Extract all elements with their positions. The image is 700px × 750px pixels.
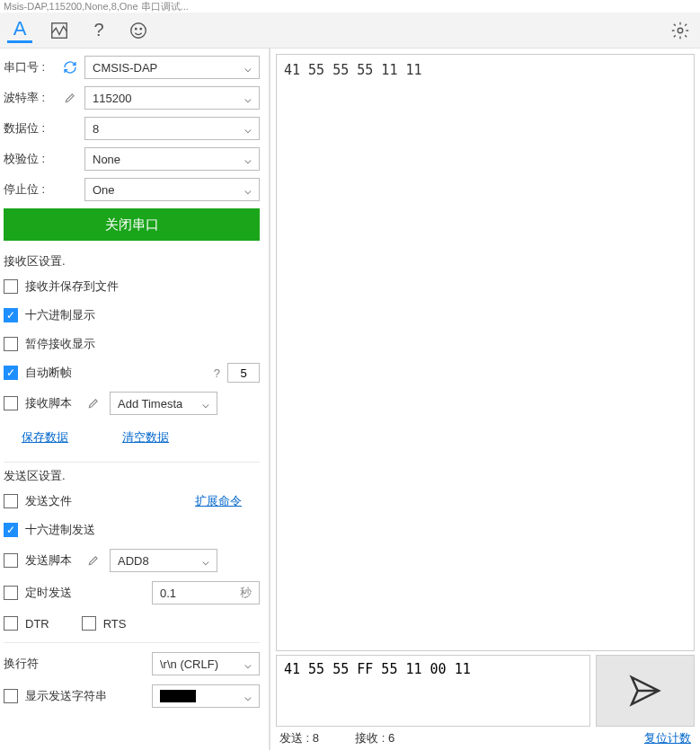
send-icon <box>627 673 663 709</box>
port-value: CMSIS-DAP <box>93 61 157 75</box>
recv-pause-label: 暂停接收显示 <box>25 336 95 352</box>
dtr-checkbox[interactable] <box>4 616 18 631</box>
send-file-label: 发送文件 <box>25 493 72 509</box>
recv-auto-break-checkbox[interactable] <box>4 366 18 380</box>
send-timed-input[interactable]: 0.1 秒 <box>152 581 260 604</box>
refresh-icon[interactable] <box>61 60 79 75</box>
tab-waveform-mode[interactable] <box>47 18 72 43</box>
parity-label: 校验位 : <box>4 151 56 167</box>
chevron-down-icon: ⌵ <box>244 153 252 166</box>
send-textarea[interactable] <box>276 655 590 727</box>
chevron-down-icon: ⌵ <box>244 690 252 703</box>
toolbar: A ? <box>0 13 700 49</box>
send-script-label: 发送脚本 <box>25 552 72 569</box>
svg-point-3 <box>140 28 141 29</box>
send-timed-value: 0.1 <box>160 587 176 600</box>
baud-label: 波特率 : <box>4 90 56 106</box>
extend-cmd-link[interactable]: 扩展命令 <box>195 493 242 509</box>
close-port-button[interactable]: 关闭串口 <box>4 208 260 241</box>
receive-textarea[interactable]: 41 55 55 55 11 11 <box>276 54 695 651</box>
send-script-select[interactable]: ADD8 ⌵ <box>110 549 217 572</box>
smiley-icon[interactable] <box>126 18 151 43</box>
show-send-str-checkbox[interactable] <box>4 689 18 703</box>
auto-break-value-input[interactable] <box>227 363 260 383</box>
databits-label: 数据位 : <box>4 120 56 137</box>
send-hex-label: 十六进制发送 <box>25 522 95 538</box>
help-icon[interactable]: ? <box>86 18 111 43</box>
color-swatch <box>160 690 196 702</box>
chevron-down-icon: ⌵ <box>202 397 209 410</box>
settings-panel: 串口号 : CMSIS-DAP ⌵ 波特率 : 115200 ⌵ 数据位 : <box>0 49 270 750</box>
status-recv-count: 6 <box>388 731 394 745</box>
recv-save-file-label: 接收并保存到文件 <box>25 278 119 295</box>
port-label: 串口号 : <box>4 59 56 75</box>
reset-counter-link[interactable]: 复位计数 <box>644 730 691 746</box>
recv-save-file-checkbox[interactable] <box>4 279 18 294</box>
show-send-str-label: 显示发送字符串 <box>25 688 107 704</box>
send-script-value: ADD8 <box>118 554 149 568</box>
send-button[interactable] <box>596 655 695 727</box>
newline-select[interactable]: \r\n (CRLF) ⌵ <box>152 652 260 675</box>
chevron-down-icon: ⌵ <box>244 61 252 75</box>
status-bar: 发送 : 8 接收 : 6 复位计数 <box>270 728 700 750</box>
recv-hex-checkbox[interactable] <box>4 308 18 322</box>
chevron-down-icon: ⌵ <box>202 554 209 568</box>
recv-script-checkbox[interactable] <box>4 396 18 410</box>
recv-script-label: 接收脚本 <box>25 395 72 411</box>
auto-break-hint-icon[interactable]: ? <box>214 366 220 380</box>
parity-value: None <box>93 153 120 166</box>
newline-label: 换行符 <box>4 656 66 672</box>
svg-point-4 <box>678 28 683 33</box>
recv-script-value: Add Timesta <box>118 397 182 410</box>
rts-checkbox[interactable] <box>82 616 96 631</box>
stopbits-label: 停止位 : <box>4 181 56 198</box>
dtr-label: DTR <box>25 617 49 631</box>
recv-pause-checkbox[interactable] <box>4 337 18 351</box>
recv-script-select[interactable]: Add Timesta ⌵ <box>110 392 217 415</box>
svg-point-1 <box>131 22 146 38</box>
chevron-down-icon: ⌵ <box>244 122 252 136</box>
edit-icon[interactable] <box>84 397 102 410</box>
stopbits-select[interactable]: One ⌵ <box>84 178 260 201</box>
rts-label: RTS <box>103 617 127 631</box>
send-file-checkbox[interactable] <box>4 494 18 508</box>
status-recv-label: 接收 : <box>355 731 385 745</box>
data-panel: 41 55 55 55 11 11 发送 : 8 接收 : 6 复位计数 <box>270 49 700 750</box>
clear-data-link[interactable]: 清空数据 <box>122 429 169 446</box>
baud-value: 115200 <box>93 92 131 105</box>
recv-hex-label: 十六进制显示 <box>25 307 95 323</box>
stopbits-value: One <box>93 183 115 197</box>
newline-value: \r\n (CRLF) <box>160 657 218 671</box>
recv-section-label: 接收区设置. <box>4 253 260 269</box>
recv-auto-break-label: 自动断帧 <box>25 365 72 381</box>
databits-value: 8 <box>93 122 99 136</box>
chevron-down-icon: ⌵ <box>244 92 252 105</box>
send-section-label: 发送区设置. <box>4 468 260 484</box>
databits-select[interactable]: 8 ⌵ <box>84 117 260 140</box>
svg-point-2 <box>136 28 137 29</box>
send-timed-checkbox[interactable] <box>4 586 18 600</box>
port-select[interactable]: CMSIS-DAP ⌵ <box>84 56 260 79</box>
settings-icon[interactable] <box>668 18 693 43</box>
window-title: Msis-DAP,115200,None,8,One 串口调试... <box>0 0 700 13</box>
edit-icon[interactable] <box>84 554 102 567</box>
chevron-down-icon: ⌵ <box>244 657 252 671</box>
send-hex-checkbox[interactable] <box>4 523 18 537</box>
send-timed-unit: 秒 <box>240 585 252 601</box>
status-send-count: 8 <box>313 731 319 745</box>
edit-icon[interactable] <box>61 92 79 104</box>
save-data-link[interactable]: 保存数据 <box>22 429 68 446</box>
status-send-label: 发送 : <box>279 731 309 745</box>
send-color-select[interactable]: ⌵ <box>152 684 260 708</box>
parity-select[interactable]: None ⌵ <box>84 147 260 171</box>
baud-select[interactable]: 115200 ⌵ <box>84 86 260 110</box>
send-timed-label: 定时发送 <box>25 585 72 601</box>
tab-text-mode[interactable]: A <box>7 18 32 43</box>
chevron-down-icon: ⌵ <box>244 183 252 197</box>
send-script-checkbox[interactable] <box>4 553 18 568</box>
